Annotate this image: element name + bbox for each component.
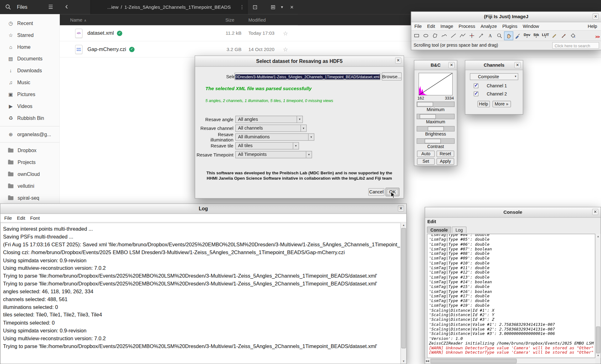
- dev-tools-button[interactable]: Dev▾: [522, 31, 532, 40]
- column-size[interactable]: Size: [225, 15, 234, 26]
- kebab-menu-icon[interactable]: ⋮: [239, 0, 244, 14]
- scrollbar-thumb[interactable]: [430, 359, 517, 363]
- scroll-right-icon[interactable]: ▶: [425, 360, 429, 363]
- paintbrush-tool[interactable]: [559, 31, 568, 40]
- resave-tile-select[interactable]: All tiles ▾: [235, 142, 299, 149]
- wand-tool[interactable]: [476, 31, 485, 40]
- menu-edit[interactable]: Edit: [427, 23, 435, 29]
- oval-tool[interactable]: [421, 31, 430, 40]
- pencil-tool[interactable]: [550, 31, 559, 40]
- sidebar-item-spiral-seq[interactable]: spiral-seq: [0, 192, 59, 204]
- help-button[interactable]: Help: [477, 101, 490, 107]
- breadcrumb-current[interactable]: 1-Zeiss_5Angles_2Channels_1Timepoint_BEA…: [124, 4, 231, 10]
- menu-window[interactable]: Window: [523, 23, 539, 29]
- hamburger-menu-icon[interactable]: ☰: [48, 0, 53, 14]
- log-text-area[interactable]: Saving interest points multi-threaded ..…: [1, 223, 400, 364]
- console-text-area[interactable]: 'LsmTag|Type #04': double 'LsmTag|Type #…: [427, 234, 595, 358]
- titlebar[interactable]: Log ×: [0, 204, 406, 214]
- slider-thumb[interactable]: [428, 126, 444, 131]
- console-vertical-scrollbar[interactable]: ▲ ▼: [595, 234, 601, 358]
- resave-channel-select[interactable]: All channels ▾: [235, 125, 307, 132]
- menu-font[interactable]: Font: [30, 215, 40, 221]
- dialog-titlebar[interactable]: Select dataset for Resaving as HDF5 ×: [195, 56, 403, 67]
- close-icon[interactable]: ×: [449, 62, 455, 68]
- apply-button[interactable]: Apply: [437, 158, 454, 165]
- log-vertical-scrollbar[interactable]: ▲ ▼: [401, 223, 406, 364]
- sidebar-item-downloads[interactable]: ↓Downloads: [0, 65, 59, 77]
- sidebar-item-starred[interactable]: ☆Starred: [0, 29, 59, 41]
- stk-tools-button[interactable]: Stk▾: [532, 31, 541, 40]
- composite-mode-select[interactable]: Composite ▾: [470, 73, 518, 80]
- copy-location-icon[interactable]: ⊡: [253, 0, 257, 14]
- star-icon[interactable]: ☆: [283, 30, 288, 37]
- titlebar[interactable]: B&C ×: [414, 60, 457, 70]
- contrast-slider[interactable]: [417, 138, 455, 144]
- point-tool[interactable]: [467, 31, 476, 40]
- more-tools-button[interactable]: >>: [595, 32, 599, 41]
- tab-console[interactable]: Console: [427, 227, 451, 233]
- sidebar-item-dropbox[interactable]: Dropbox: [0, 145, 59, 156]
- line-tool[interactable]: [449, 31, 458, 40]
- close-icon[interactable]: ×: [395, 58, 401, 64]
- hand-tool[interactable]: [504, 31, 513, 40]
- resave-illumination-select[interactable]: All illuminations ▾: [235, 133, 314, 141]
- scroll-up-icon[interactable]: ▲: [401, 224, 406, 227]
- close-icon[interactable]: ×: [592, 209, 598, 215]
- slider-thumb[interactable]: [420, 114, 436, 119]
- resave-timepoint-select[interactable]: All Timepoints ▾: [235, 151, 312, 158]
- zoom-tool[interactable]: [495, 31, 504, 40]
- dataset-path-input[interactable]: 0Dresden/3-Multiview/1-Zeiss_5Angles_2Ch…: [234, 73, 380, 80]
- sidebar-item-projects[interactable]: Projects: [0, 156, 59, 168]
- lut-tools-button[interactable]: LUT▾: [541, 31, 550, 40]
- menu-file[interactable]: File: [4, 215, 12, 221]
- rectangle-tool[interactable]: [412, 31, 421, 40]
- menu-process[interactable]: Process: [459, 23, 475, 29]
- titlebar[interactable]: (Fiji Is Just) ImageJ ×: [411, 12, 601, 22]
- path-bar[interactable]: ...iew / 1-Zeiss_5Angles_2Channels_1Time…: [90, 0, 248, 14]
- sidebar-item-videos[interactable]: ▶Videos: [0, 100, 59, 112]
- channel-2-checkbox[interactable]: ✓: [474, 92, 478, 96]
- minimum-slider[interactable]: [417, 101, 455, 107]
- menu-edit[interactable]: Edit: [17, 215, 25, 221]
- menu-file[interactable]: File: [414, 23, 422, 29]
- close-icon[interactable]: ×: [398, 205, 404, 212]
- scroll-up-icon[interactable]: ▲: [596, 235, 601, 238]
- sidebar-item-organelas[interactable]: ⊕organelas@g...: [0, 128, 59, 140]
- console-horizontal-scrollbar[interactable]: ◀ ▶: [425, 358, 595, 364]
- menu-analyze[interactable]: Analyze: [480, 23, 497, 29]
- more-button[interactable]: More »: [492, 101, 511, 107]
- titlebar[interactable]: Console ×: [425, 207, 601, 218]
- polyline-tool[interactable]: [458, 31, 467, 40]
- text-tool[interactable]: A: [485, 31, 495, 40]
- maximum-slider[interactable]: [417, 114, 455, 119]
- sidebar-item-documents[interactable]: ▤Documents: [0, 53, 59, 65]
- close-icon[interactable]: ×: [290, 0, 294, 14]
- sidebar-item-vellutini[interactable]: vellutini: [0, 180, 59, 192]
- imagej-search-field[interactable]: Click here to search: [552, 42, 599, 49]
- set-button[interactable]: Set: [417, 158, 434, 165]
- titlebar[interactable]: Channels ×: [465, 60, 523, 70]
- scrollbar-thumb[interactable]: [401, 228, 406, 348]
- brightness-slider[interactable]: [417, 126, 455, 131]
- color-picker-tool[interactable]: [513, 31, 522, 40]
- column-modified[interactable]: Modified: [248, 15, 266, 26]
- column-name[interactable]: Name∧: [70, 15, 86, 26]
- menu-plugins[interactable]: Plugins: [502, 23, 517, 29]
- sidebar-item-rubbish-bin[interactable]: ♻Rubbish Bin: [0, 112, 59, 124]
- sidebar-item-music[interactable]: ♫Music: [0, 77, 59, 89]
- tab-log[interactable]: Log: [452, 227, 466, 233]
- slider-thumb[interactable]: [425, 139, 441, 143]
- slider-thumb[interactable]: [417, 102, 433, 107]
- polygon-tool[interactable]: [430, 31, 439, 40]
- breadcrumb-parent[interactable]: ...iew: [107, 4, 119, 10]
- reset-button[interactable]: Reset: [437, 151, 454, 157]
- sidebar-item-pictures[interactable]: ▣Pictures: [0, 89, 59, 100]
- close-icon[interactable]: ×: [593, 13, 599, 20]
- menu-edit[interactable]: Edit: [427, 219, 436, 224]
- scroll-down-icon[interactable]: ▼: [401, 360, 406, 363]
- freehand-tool[interactable]: [439, 31, 449, 40]
- auto-button[interactable]: Auto: [417, 151, 434, 157]
- flood-fill-tool[interactable]: [568, 31, 578, 40]
- sidebar-item-owncloud[interactable]: ownCloud: [0, 168, 59, 180]
- channel-1-checkbox[interactable]: ✓: [474, 84, 478, 88]
